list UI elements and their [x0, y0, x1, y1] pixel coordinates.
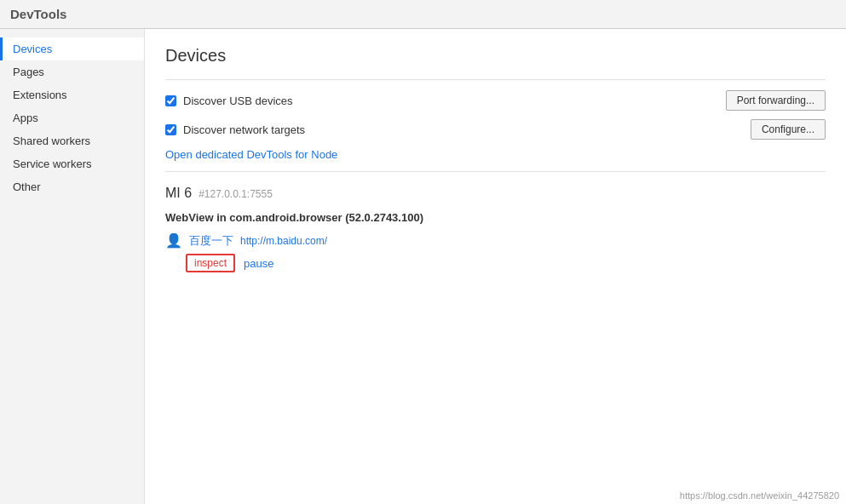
sidebar-item-label: Other	[13, 180, 41, 193]
divider-top	[165, 79, 826, 80]
pause-link[interactable]: pause	[244, 257, 273, 270]
sidebar-item-devices[interactable]: Devices	[0, 37, 144, 60]
sidebar-item-label: Service workers	[13, 158, 91, 170]
sidebar-item-label: Apps	[13, 112, 38, 124]
app-title: DevTools	[10, 7, 66, 21]
device-title-row: MI 6 #127.0.0.1:7555	[165, 186, 826, 201]
sidebar-item-label: Extensions	[13, 89, 67, 101]
page-row: 👤 百度一下 http://m.baidu.com/	[165, 232, 826, 249]
node-devtools-link[interactable]: Open dedicated DevTools for Node	[165, 148, 337, 161]
device-id: #127.0.0.1:7555	[199, 188, 273, 200]
port-forwarding-button[interactable]: Port forwarding...	[726, 90, 826, 111]
sidebar-item-apps[interactable]: Apps	[0, 106, 144, 129]
top-bar: DevTools	[0, 0, 846, 29]
webview-title: WebView in com.android.browser (52.0.274…	[165, 211, 826, 224]
sidebar-item-service-workers[interactable]: Service workers	[0, 152, 144, 175]
discover-usb-row: Discover USB devices Port forwarding...	[165, 90, 826, 111]
sidebar-item-other[interactable]: Other	[0, 175, 144, 198]
page-title: Devices	[165, 46, 826, 66]
discover-usb-label: Discover USB devices	[183, 94, 726, 107]
device-name: MI 6	[165, 186, 192, 201]
discover-network-row: Discover network targets Configure...	[165, 119, 826, 140]
sidebar-item-label: Shared workers	[13, 135, 90, 147]
device-section: MI 6 #127.0.0.1:7555 WebView in com.andr…	[165, 186, 826, 272]
main-layout: Devices Pages Extensions Apps Shared wor…	[0, 29, 846, 504]
discover-network-checkbox[interactable]	[165, 124, 176, 135]
footer-url: https://blog.csdn.net/weixin_44275820	[680, 490, 839, 501]
sidebar-item-label: Devices	[13, 43, 52, 55]
discover-usb-checkbox[interactable]	[165, 95, 176, 106]
inspect-button[interactable]: inspect	[186, 254, 235, 272]
sidebar-item-pages[interactable]: Pages	[0, 60, 144, 83]
sidebar: Devices Pages Extensions Apps Shared wor…	[0, 29, 145, 504]
page-url-link[interactable]: http://m.baidu.com/	[240, 235, 327, 247]
sidebar-item-label: Pages	[13, 66, 44, 78]
content-area: Devices Discover USB devices Port forwar…	[145, 29, 846, 504]
page-title-link[interactable]: 百度一下	[189, 233, 233, 249]
sidebar-item-extensions[interactable]: Extensions	[0, 83, 144, 106]
configure-button[interactable]: Configure...	[751, 119, 826, 140]
discover-network-label: Discover network targets	[183, 123, 751, 136]
action-row: inspect pause	[165, 254, 826, 272]
page-icon: 👤	[165, 232, 182, 249]
divider-device	[165, 171, 826, 172]
sidebar-item-shared-workers[interactable]: Shared workers	[0, 129, 144, 152]
